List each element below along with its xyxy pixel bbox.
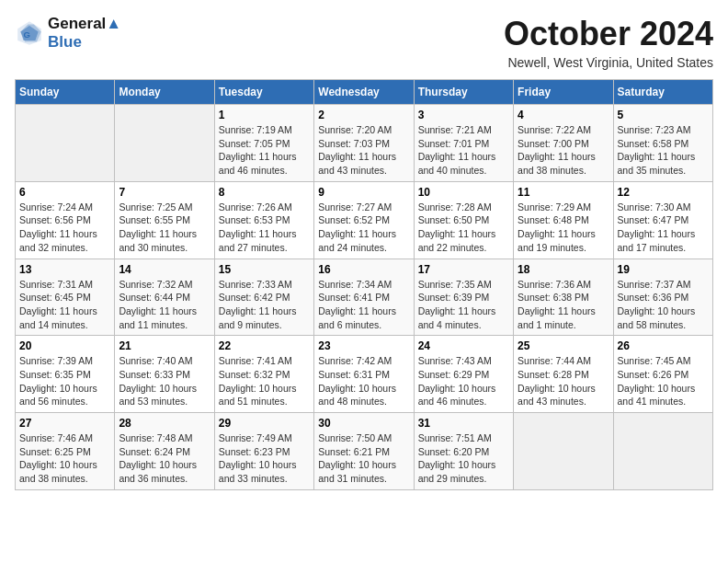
week-row-2: 6Sunrise: 7:24 AM Sunset: 6:56 PM Daylig… <box>16 181 713 259</box>
calendar-cell: 16Sunrise: 7:34 AM Sunset: 6:41 PM Dayli… <box>314 259 414 336</box>
calendar-cell: 25Sunrise: 7:44 AM Sunset: 6:28 PM Dayli… <box>514 336 613 413</box>
day-info: Sunrise: 7:29 AM Sunset: 6:48 PM Dayligh… <box>518 201 609 255</box>
day-number: 31 <box>418 417 509 430</box>
day-number: 23 <box>318 339 409 352</box>
day-info: Sunrise: 7:48 AM Sunset: 6:24 PM Dayligh… <box>119 431 210 486</box>
day-info: Sunrise: 7:45 AM Sunset: 6:26 PM Dayligh… <box>618 354 709 408</box>
day-number: 19 <box>618 263 709 276</box>
day-info: Sunrise: 7:22 AM Sunset: 7:00 PM Dayligh… <box>518 123 609 178</box>
calendar-cell: 6Sunrise: 7:24 AM Sunset: 6:56 PM Daylig… <box>16 181 115 259</box>
header-saturday: Saturday <box>613 80 712 105</box>
calendar-cell: 17Sunrise: 7:35 AM Sunset: 6:39 PM Dayli… <box>414 259 513 336</box>
day-info: Sunrise: 7:36 AM Sunset: 6:38 PM Dayligh… <box>518 278 609 332</box>
day-number: 12 <box>618 186 709 199</box>
calendar-cell: 28Sunrise: 7:48 AM Sunset: 6:24 PM Dayli… <box>115 413 214 490</box>
calendar-cell: 24Sunrise: 7:43 AM Sunset: 6:29 PM Dayli… <box>414 336 513 413</box>
calendar-cell: 7Sunrise: 7:25 AM Sunset: 6:55 PM Daylig… <box>115 181 214 259</box>
day-number: 6 <box>19 186 110 199</box>
day-number: 11 <box>518 186 609 199</box>
day-info: Sunrise: 7:30 AM Sunset: 6:47 PM Dayligh… <box>618 201 709 255</box>
day-number: 1 <box>219 109 310 121</box>
page-header: G General▲ Blue October 2024 Newell, Wes… <box>15 15 713 70</box>
week-row-3: 13Sunrise: 7:31 AM Sunset: 6:45 PM Dayli… <box>16 259 713 336</box>
day-number: 4 <box>518 109 609 121</box>
header-thursday: Thursday <box>414 80 513 105</box>
day-info: Sunrise: 7:51 AM Sunset: 6:20 PM Dayligh… <box>418 431 509 486</box>
day-info: Sunrise: 7:31 AM Sunset: 6:45 PM Dayligh… <box>19 278 110 332</box>
calendar-cell <box>115 105 214 182</box>
calendar-cell: 23Sunrise: 7:42 AM Sunset: 6:31 PM Dayli… <box>314 336 414 413</box>
day-number: 5 <box>618 109 709 121</box>
calendar-cell: 2Sunrise: 7:20 AM Sunset: 7:03 PM Daylig… <box>314 105 414 182</box>
day-number: 25 <box>518 339 609 352</box>
day-info: Sunrise: 7:20 AM Sunset: 7:03 PM Dayligh… <box>318 123 409 178</box>
logo-text: General▲ Blue <box>48 15 121 52</box>
logo: G General▲ Blue <box>15 15 121 52</box>
day-number: 7 <box>119 186 210 199</box>
day-number: 9 <box>318 186 409 199</box>
day-number: 13 <box>19 263 110 276</box>
day-info: Sunrise: 7:40 AM Sunset: 6:33 PM Dayligh… <box>119 354 210 408</box>
calendar-cell: 14Sunrise: 7:32 AM Sunset: 6:44 PM Dayli… <box>115 259 214 336</box>
day-number: 28 <box>119 417 210 430</box>
month-title: October 2024 <box>504 15 713 53</box>
header-wednesday: Wednesday <box>314 80 414 105</box>
day-number: 24 <box>418 339 509 352</box>
calendar-cell: 4Sunrise: 7:22 AM Sunset: 7:00 PM Daylig… <box>514 105 613 182</box>
day-info: Sunrise: 7:25 AM Sunset: 6:55 PM Dayligh… <box>119 201 210 255</box>
calendar-cell: 20Sunrise: 7:39 AM Sunset: 6:35 PM Dayli… <box>16 336 115 413</box>
week-row-1: 1Sunrise: 7:19 AM Sunset: 7:05 PM Daylig… <box>16 105 713 182</box>
calendar-cell: 3Sunrise: 7:21 AM Sunset: 7:01 PM Daylig… <box>414 105 513 182</box>
day-info: Sunrise: 7:33 AM Sunset: 6:42 PM Dayligh… <box>219 278 310 332</box>
svg-text:G: G <box>24 29 30 40</box>
calendar-cell <box>514 413 613 490</box>
day-number: 15 <box>219 263 310 276</box>
day-info: Sunrise: 7:32 AM Sunset: 6:44 PM Dayligh… <box>119 278 210 332</box>
day-number: 8 <box>219 186 310 199</box>
calendar-cell: 13Sunrise: 7:31 AM Sunset: 6:45 PM Dayli… <box>16 259 115 336</box>
day-info: Sunrise: 7:23 AM Sunset: 6:58 PM Dayligh… <box>618 123 709 178</box>
day-info: Sunrise: 7:42 AM Sunset: 6:31 PM Dayligh… <box>318 354 409 408</box>
calendar-cell <box>613 413 712 490</box>
day-info: Sunrise: 7:37 AM Sunset: 6:36 PM Dayligh… <box>618 278 709 332</box>
calendar-cell: 30Sunrise: 7:50 AM Sunset: 6:21 PM Dayli… <box>314 413 414 490</box>
day-info: Sunrise: 7:27 AM Sunset: 6:52 PM Dayligh… <box>318 201 409 255</box>
calendar-cell: 19Sunrise: 7:37 AM Sunset: 6:36 PM Dayli… <box>613 259 712 336</box>
week-row-4: 20Sunrise: 7:39 AM Sunset: 6:35 PM Dayli… <box>16 336 713 413</box>
calendar-cell: 5Sunrise: 7:23 AM Sunset: 6:58 PM Daylig… <box>613 105 712 182</box>
calendar-cell: 27Sunrise: 7:46 AM Sunset: 6:25 PM Dayli… <box>16 413 115 490</box>
day-info: Sunrise: 7:50 AM Sunset: 6:21 PM Dayligh… <box>318 431 409 486</box>
day-info: Sunrise: 7:28 AM Sunset: 6:50 PM Dayligh… <box>418 201 509 255</box>
header-sunday: Sunday <box>16 80 115 105</box>
header-tuesday: Tuesday <box>214 80 313 105</box>
day-number: 14 <box>119 263 210 276</box>
location: Newell, West Virginia, United States <box>504 55 713 70</box>
day-info: Sunrise: 7:39 AM Sunset: 6:35 PM Dayligh… <box>19 354 110 408</box>
calendar-cell: 11Sunrise: 7:29 AM Sunset: 6:48 PM Dayli… <box>514 181 613 259</box>
calendar-cell: 26Sunrise: 7:45 AM Sunset: 6:26 PM Dayli… <box>613 336 712 413</box>
day-info: Sunrise: 7:26 AM Sunset: 6:53 PM Dayligh… <box>219 201 310 255</box>
title-section: October 2024 Newell, West Virginia, Unit… <box>504 15 713 70</box>
calendar-cell: 8Sunrise: 7:26 AM Sunset: 6:53 PM Daylig… <box>214 181 313 259</box>
day-number: 16 <box>318 263 409 276</box>
day-number: 22 <box>219 339 310 352</box>
day-number: 2 <box>318 109 409 121</box>
day-number: 30 <box>318 417 409 430</box>
day-number: 3 <box>418 109 509 121</box>
day-info: Sunrise: 7:49 AM Sunset: 6:23 PM Dayligh… <box>219 431 310 486</box>
header-monday: Monday <box>115 80 214 105</box>
days-header-row: SundayMondayTuesdayWednesdayThursdayFrid… <box>16 80 713 105</box>
day-number: 10 <box>418 186 509 199</box>
day-info: Sunrise: 7:43 AM Sunset: 6:29 PM Dayligh… <box>418 354 509 408</box>
day-info: Sunrise: 7:24 AM Sunset: 6:56 PM Dayligh… <box>19 201 110 255</box>
day-info: Sunrise: 7:21 AM Sunset: 7:01 PM Dayligh… <box>418 123 509 178</box>
calendar-cell: 22Sunrise: 7:41 AM Sunset: 6:32 PM Dayli… <box>214 336 313 413</box>
day-number: 17 <box>418 263 509 276</box>
day-number: 29 <box>219 417 310 430</box>
day-info: Sunrise: 7:44 AM Sunset: 6:28 PM Dayligh… <box>518 354 609 408</box>
calendar-cell: 15Sunrise: 7:33 AM Sunset: 6:42 PM Dayli… <box>214 259 313 336</box>
day-number: 20 <box>19 339 110 352</box>
logo-icon: G <box>15 18 44 48</box>
calendar-cell <box>16 105 115 182</box>
day-info: Sunrise: 7:46 AM Sunset: 6:25 PM Dayligh… <box>19 431 110 486</box>
